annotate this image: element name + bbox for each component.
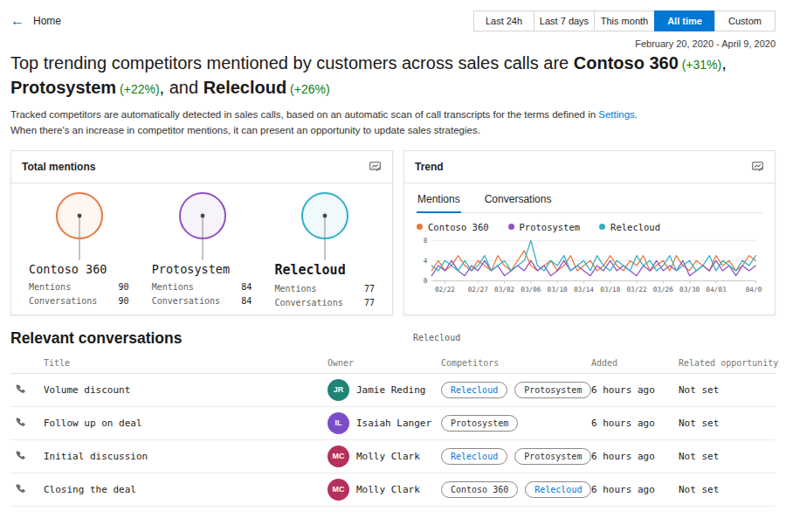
column-header-owner[interactable]: Owner [328, 358, 441, 368]
competitor-chips: RelecloudProtosystem [441, 382, 591, 398]
time-filter-all-time[interactable]: All time [654, 10, 715, 31]
competitor-chip-contoso-360[interactable]: Contoso 360 [441, 481, 518, 498]
conversation-row[interactable]: Volume discountJRJamie RedingRelecloudPr… [10, 374, 776, 407]
headline-segment: , and [160, 78, 203, 97]
conversation-title: Closing the deal [44, 484, 328, 495]
svg-text:03/06: 03/06 [521, 286, 541, 294]
avatar: MC [328, 479, 349, 501]
balloon-chart-icon [152, 190, 253, 262]
conversation-row[interactable]: Follow up on dealILIsaiah LangerProtosys… [10, 407, 776, 440]
conversation-title: Volume discount [44, 384, 328, 396]
competitor-hover-label: Relecloud [413, 333, 460, 342]
competitor-name: Protosystem [152, 262, 252, 276]
description-text-line2: When there's an increase in competitor m… [10, 125, 480, 135]
svg-text:03/22: 03/22 [626, 286, 646, 294]
headline-trend-pct: (+22%) [116, 82, 159, 96]
svg-text:03/18: 03/18 [600, 286, 620, 294]
settings-link[interactable]: Settings [598, 109, 635, 120]
tab-conversations[interactable]: Conversations [484, 191, 553, 213]
owner-name: Jamie Reding [356, 384, 425, 396]
svg-text:0: 0 [424, 277, 428, 285]
card-title: Trend [415, 161, 444, 173]
trend-chart: 04802/2202/2703/0203/0603/1003/1403/1803… [417, 234, 762, 302]
competitor-chip-relecloud[interactable]: Relecloud [441, 382, 507, 398]
legend-contoso-360[interactable]: Contoso 360 [417, 222, 489, 232]
legend-protosystem[interactable]: Protosystem [508, 222, 581, 232]
column-header-related-opportunity[interactable]: Related opportunity [679, 358, 778, 368]
svg-text:03/02: 03/02 [494, 286, 514, 294]
conversation-row[interactable]: Initial discussionMCMolly ClarkRelecloud… [10, 440, 776, 473]
competitor-chip-protosystem[interactable]: Protosystem [441, 415, 518, 432]
trend-tabs: Mentions Conversations [417, 191, 762, 213]
owner-cell: MCMolly Clark [328, 479, 441, 501]
chart-options-icon[interactable] [369, 160, 382, 173]
mentions-stat: Mentions77 [274, 284, 375, 294]
related-opportunity: Not set [679, 451, 776, 462]
added-time: 6 hours ago [591, 484, 679, 495]
time-filter-last-7-days[interactable]: Last 7 days [534, 10, 595, 31]
mentions-stat: Mentions84 [152, 282, 252, 292]
avatar: MC [328, 446, 349, 467]
description-text: . [635, 109, 638, 120]
competitor-chips: Contoso 360Relecloud [441, 481, 591, 498]
conversation-row[interactable]: Closing the dealMCMolly ClarkContoso 360… [10, 473, 776, 507]
svg-text:02/22: 02/22 [435, 286, 455, 294]
related-opportunity: Not set [679, 384, 776, 396]
headline-segment: , [721, 53, 727, 73]
owner-name: Molly Clark [356, 451, 420, 462]
added-time: 6 hours ago [591, 451, 679, 462]
total-mentions-body: Contoso 360Mentions90Conversations90Prot… [11, 183, 392, 314]
svg-text:04/09: 04/09 [746, 286, 762, 294]
column-header-added[interactable]: Added [591, 358, 679, 368]
time-filter-custom[interactable]: Custom [714, 10, 776, 31]
owner-cell: ILIsaiah Langer [328, 412, 441, 434]
trend-body: Mentions Conversations Contoso 360Protos… [404, 183, 775, 308]
mentions-stat: Mentions90 [29, 282, 129, 292]
conversations-stat: Conversations77 [274, 298, 375, 307]
competitor-summary-protosystem: ProtosystemMentions84Conversations84 [141, 190, 263, 307]
table-header-row: TitleOwnerCompetitorsAddedRelated opport… [10, 353, 776, 374]
competitor-chips: Protosystem [441, 415, 591, 432]
summary-cards: Total mentions Contoso 360Mentions90Conv… [0, 139, 786, 315]
column-header-competitors[interactable]: Competitors [441, 358, 591, 368]
balloon-chart-icon [29, 190, 130, 262]
conversations-section-header: Relevant conversations Relecloud [0, 315, 786, 351]
section-title: Relevant conversations [10, 329, 776, 348]
headline-competitor-protosystem: Protosystem [10, 78, 116, 97]
home-label: Home [33, 15, 61, 27]
competitor-chip-relecloud[interactable]: Relecloud [441, 448, 507, 465]
legend-relecloud[interactable]: Relecloud [599, 222, 660, 232]
legend-dot-icon [508, 224, 514, 230]
description-text: Tracked competitors are automatically de… [10, 109, 598, 120]
added-time: 6 hours ago [591, 384, 679, 396]
column-header-title[interactable]: Title [44, 358, 328, 368]
phone-call-icon [14, 383, 26, 396]
svg-text:4: 4 [424, 257, 428, 265]
phone-call-icon [14, 417, 26, 429]
headline-segment: Top trending competitors mentioned by cu… [10, 53, 574, 73]
competitor-chip-protosystem[interactable]: Protosystem [514, 448, 591, 465]
back-home-link[interactable]: ← Home [10, 14, 61, 28]
time-filter-last-24h[interactable]: Last 24h [473, 10, 534, 31]
added-time: 6 hours ago [591, 418, 679, 429]
competitor-insights-page: ← Home Last 24hLast 7 daysThis monthAll … [0, 0, 786, 507]
owner-cell: JRJamie Reding [328, 379, 441, 401]
conversation-title: Follow up on deal [44, 418, 328, 429]
phone-call-icon [14, 450, 26, 462]
time-filter-this-month[interactable]: This month [594, 10, 655, 31]
conversation-title: Initial discussion [44, 451, 328, 462]
competitor-name: Contoso 360 [29, 262, 129, 276]
legend-dot-icon [417, 224, 423, 230]
competitor-chip-relecloud[interactable]: Relecloud [525, 481, 591, 498]
competitor-chips: RelecloudProtosystem [441, 448, 591, 465]
conversations-stat: Conversations84 [152, 296, 252, 306]
tab-mentions[interactable]: Mentions [417, 191, 461, 213]
competitor-chip-protosystem[interactable]: Protosystem [514, 382, 591, 398]
description: Tracked competitors are automatically de… [0, 100, 786, 139]
card-title: Total mentions [22, 161, 95, 173]
chart-options-icon[interactable] [751, 160, 764, 173]
total-mentions-card-header: Total mentions [11, 151, 392, 183]
time-filter-group: Last 24hLast 7 daysThis monthAll timeCus… [474, 10, 776, 31]
back-arrow-icon[interactable]: ← [10, 14, 24, 28]
svg-text:03/10: 03/10 [548, 286, 568, 294]
